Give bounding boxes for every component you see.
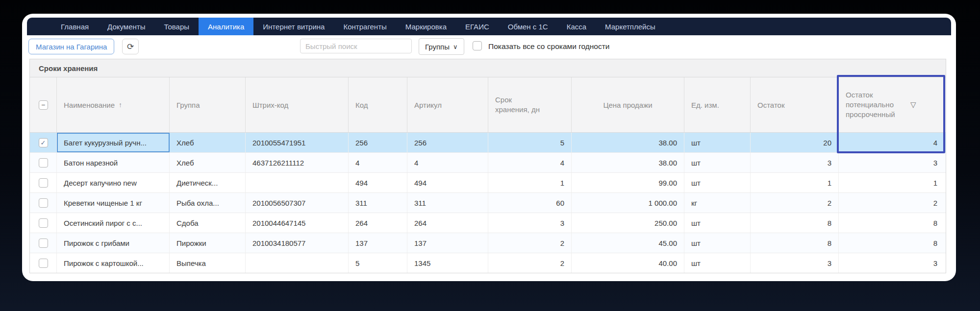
cell-stock_potentially_expired[interactable]: 3 xyxy=(839,253,944,273)
cell-unit[interactable]: шт xyxy=(684,213,751,233)
cell-barcode[interactable]: 2010044647145 xyxy=(246,213,349,233)
row-checkbox[interactable] xyxy=(39,158,48,167)
cell-shelf_life_days[interactable]: 3 xyxy=(488,213,572,233)
cell-stock_potentially_expired[interactable]: 1 xyxy=(839,173,944,192)
table-row[interactable]: Батон нарезнойХлеб463712621111244438.00ш… xyxy=(30,153,946,173)
cell-stock_potentially_expired[interactable]: 3 xyxy=(839,153,944,172)
table-row[interactable]: Пирожок с картошкой...Выпечка51345240.00… xyxy=(30,253,946,273)
cell-barcode[interactable] xyxy=(246,253,349,273)
cell-barcode[interactable]: 2010034180577 xyxy=(246,233,349,253)
cell-unit[interactable]: шт xyxy=(684,233,751,253)
nav-tab[interactable]: Маркировка xyxy=(396,18,456,35)
cell-stock[interactable]: 1 xyxy=(751,173,839,192)
cell-group[interactable]: Хлеб xyxy=(170,133,246,152)
cell-unit[interactable]: шт xyxy=(684,133,751,152)
cell-code[interactable]: 494 xyxy=(349,173,407,192)
cell-stock[interactable]: 8 xyxy=(751,213,839,233)
cell-shelf_life_days[interactable]: 5 xyxy=(488,133,572,152)
nav-tab[interactable]: Обмен с 1С xyxy=(499,18,557,35)
column-header-group[interactable]: Группа xyxy=(170,77,246,132)
cell-group[interactable]: Диетическ... xyxy=(170,173,246,192)
cell-sale_price[interactable]: 99.00 xyxy=(572,173,684,192)
cell-barcode[interactable]: 2010056507307 xyxy=(246,193,349,213)
cell-code[interactable]: 4 xyxy=(349,153,407,172)
quick-search-input[interactable] xyxy=(300,39,412,53)
show-all-checkbox[interactable] xyxy=(473,41,482,50)
table-row[interactable]: Десерт капучино newДиетическ...494494199… xyxy=(30,173,946,193)
column-header-name[interactable]: Наименование ↑ xyxy=(57,77,170,132)
cell-stock_potentially_expired[interactable]: 4 xyxy=(839,133,944,152)
cell-sale_price[interactable]: 45.00 xyxy=(572,233,684,253)
nav-tab[interactable]: ЕГАИС xyxy=(456,18,499,35)
nav-tab[interactable]: Товары xyxy=(154,18,199,35)
filter-icon[interactable]: ▽ xyxy=(910,100,916,109)
row-checkbox[interactable] xyxy=(39,178,48,188)
cell-name[interactable]: Осетинский пирог с с... xyxy=(57,213,170,233)
cell-name[interactable]: Пирожок с картошкой... xyxy=(57,253,170,273)
groups-dropdown-button[interactable]: Группы ∨ xyxy=(419,38,464,55)
cell-shelf_life_days[interactable]: 1 xyxy=(488,173,572,192)
cell-group[interactable]: Хлеб xyxy=(170,153,246,172)
table-row[interactable]: ✓ Багет кукурузный ручн...Хлеб2010055471… xyxy=(30,133,946,153)
cell-article[interactable]: 311 xyxy=(407,193,488,213)
cell-article[interactable]: 494 xyxy=(407,173,488,192)
cell-group[interactable]: Рыба охла... xyxy=(170,193,246,213)
store-selector-button[interactable]: Магазин на Гагарина xyxy=(28,39,114,54)
cell-stock_potentially_expired[interactable]: 8 xyxy=(839,213,944,233)
cell-code[interactable]: 256 xyxy=(349,133,407,152)
cell-barcode[interactable] xyxy=(246,173,349,192)
refresh-button[interactable]: ⟳ xyxy=(122,39,139,54)
table-row[interactable]: Осетинский пирог с с...Сдоба201004464714… xyxy=(30,213,946,233)
cell-unit[interactable]: шт xyxy=(684,153,751,172)
cell-name[interactable]: Десерт капучино new xyxy=(57,173,170,192)
cell-sale_price[interactable]: 250.00 xyxy=(572,213,684,233)
cell-name[interactable]: Пирожок с грибами xyxy=(57,233,170,253)
cell-group[interactable]: Выпечка xyxy=(170,253,246,273)
cell-shelf_life_days[interactable]: 60 xyxy=(488,193,572,213)
column-header-unit[interactable]: Ед. изм. xyxy=(684,77,751,132)
cell-stock[interactable]: 20 xyxy=(751,133,839,152)
row-checkbox[interactable] xyxy=(39,218,48,228)
row-checkbox[interactable] xyxy=(39,198,48,208)
cell-shelf_life_days[interactable]: 2 xyxy=(488,233,572,253)
cell-code[interactable]: 137 xyxy=(349,233,407,253)
cell-name[interactable]: Багет кукурузный ручн... xyxy=(57,133,170,152)
cell-shelf_life_days[interactable]: 4 xyxy=(488,153,572,172)
table-row[interactable]: Пирожок с грибамиПирожки2010034180577137… xyxy=(30,233,946,253)
column-header-sale-price[interactable]: Цена продажи xyxy=(572,77,684,132)
cell-stock[interactable]: 2 xyxy=(751,193,839,213)
cell-unit[interactable]: шт xyxy=(684,253,751,273)
nav-tab[interactable]: Касса xyxy=(557,18,596,35)
nav-tab[interactable]: Маркетплейсы xyxy=(596,18,665,35)
nav-tab[interactable]: Интернет витрина xyxy=(253,18,334,35)
cell-unit[interactable]: кг xyxy=(684,193,751,213)
cell-barcode[interactable]: 2010055471951 xyxy=(246,133,349,152)
cell-name[interactable]: Креветки чищеные 1 кг xyxy=(57,193,170,213)
cell-stock[interactable]: 3 xyxy=(751,253,839,273)
cell-name[interactable]: Батон нарезной xyxy=(57,153,170,172)
column-header-shelf-life[interactable]: Срок хранения, дн xyxy=(488,77,572,132)
cell-stock[interactable]: 8 xyxy=(751,233,839,253)
cell-article[interactable]: 137 xyxy=(407,233,488,253)
cell-stock_potentially_expired[interactable]: 2 xyxy=(839,193,944,213)
cell-group[interactable]: Сдоба xyxy=(170,213,246,233)
cell-code[interactable]: 264 xyxy=(349,213,407,233)
nav-tab[interactable]: Аналитика xyxy=(199,18,253,35)
cell-article[interactable]: 4 xyxy=(407,153,488,172)
cell-shelf_life_days[interactable]: 2 xyxy=(488,253,572,273)
row-checkbox[interactable] xyxy=(39,259,48,268)
cell-article[interactable]: 256 xyxy=(407,133,488,152)
nav-tab[interactable]: Документы xyxy=(98,18,154,35)
cell-sale_price[interactable]: 38.00 xyxy=(572,153,684,172)
cell-code[interactable]: 5 xyxy=(349,253,407,273)
cell-article[interactable]: 1345 xyxy=(407,253,488,273)
cell-code[interactable]: 311 xyxy=(349,193,407,213)
column-header-stock-expired[interactable]: Остаток потенциально просроченный ▽ xyxy=(839,77,944,132)
cell-sale_price[interactable]: 1 000.00 xyxy=(572,193,684,213)
column-header-code[interactable]: Код xyxy=(349,77,407,132)
nav-tab[interactable]: Контрагенты xyxy=(334,18,396,35)
cell-unit[interactable]: шт xyxy=(684,173,751,192)
cell-stock_potentially_expired[interactable]: 8 xyxy=(839,233,944,253)
column-header-article[interactable]: Артикул xyxy=(407,77,488,132)
select-all-checkbox[interactable]: − xyxy=(39,100,48,110)
